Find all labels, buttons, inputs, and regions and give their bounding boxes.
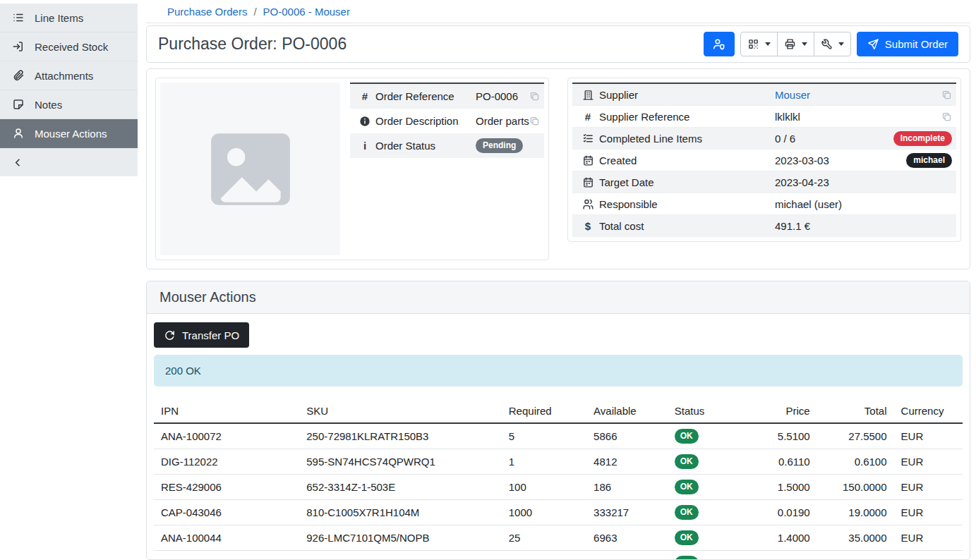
cell-price: 1.5000 bbox=[740, 475, 817, 500]
cell-available: 4812 bbox=[586, 449, 668, 475]
cell-currency: EUR bbox=[894, 449, 963, 475]
note-icon bbox=[11, 98, 25, 111]
col-price: Price bbox=[740, 399, 817, 423]
hash-icon: # bbox=[354, 90, 375, 102]
table-row: SWT-200005 611-110.107.011/0205 47 47 OK… bbox=[154, 551, 963, 560]
list-check-icon bbox=[577, 133, 599, 145]
cell-required: 47 bbox=[502, 551, 586, 560]
cell-ipn: RES-429006 bbox=[154, 475, 299, 500]
transfer-po-button[interactable]: Transfer PO bbox=[154, 322, 249, 348]
sidebar-collapse-button[interactable] bbox=[0, 148, 138, 176]
table-row: ANA-100072 250-72981KLRATR150B3 5 5866 O… bbox=[154, 423, 963, 449]
incomplete-badge: Incomplete bbox=[893, 131, 952, 146]
cell-currency: EUR bbox=[894, 423, 963, 449]
barcode-actions-button[interactable] bbox=[740, 32, 778, 56]
paperclip-icon bbox=[11, 69, 25, 82]
mouser-actions-header: Mouser Actions bbox=[147, 281, 970, 314]
detail-row-supplier-reference: # Supplier Reference lklklkl bbox=[572, 106, 956, 128]
page-title: Purchase Order: PO-0006 bbox=[158, 35, 347, 54]
breadcrumb-purchase-orders[interactable]: Purchase Orders bbox=[167, 6, 247, 18]
cell-status: OK bbox=[668, 423, 740, 449]
order-summary-subpanel: # Order Reference PO-0006 Order Descript… bbox=[155, 78, 549, 260]
info-icon: i bbox=[354, 140, 375, 152]
building-icon bbox=[577, 89, 599, 101]
transfer-po-label: Transfer PO bbox=[182, 329, 239, 341]
cell-total: 268.8400 bbox=[817, 551, 894, 560]
breadcrumb-separator: / bbox=[253, 6, 256, 18]
copy-icon[interactable] bbox=[529, 91, 540, 102]
sidebar-item-notes[interactable]: Notes bbox=[0, 90, 138, 119]
chevron-down-icon bbox=[765, 42, 771, 46]
ok-badge: OK bbox=[675, 505, 699, 520]
cell-sku: 611-110.107.011/0205 bbox=[299, 551, 502, 560]
sidebar-item-mouser-actions[interactable]: Mouser Actions bbox=[0, 119, 138, 148]
cell-status: OK bbox=[668, 500, 740, 525]
cell-price: 0.0190 bbox=[740, 500, 817, 525]
sidebar-item-received-stock[interactable]: Received Stock bbox=[0, 32, 138, 61]
app-root: Line Items Received Stock Attachments No… bbox=[0, 0, 976, 560]
ok-badge: OK bbox=[675, 454, 699, 469]
header-button-group bbox=[740, 32, 851, 56]
cell-sku: 652-3314Z-1-503E bbox=[299, 475, 502, 500]
detail-row-created: Created 2023-03-03 michael bbox=[572, 150, 956, 171]
submit-order-button[interactable]: Submit Order bbox=[857, 32, 958, 56]
col-currency: Currency bbox=[894, 399, 963, 423]
supplier-link[interactable]: Mouser bbox=[775, 89, 941, 101]
cell-currency: EUR bbox=[894, 500, 963, 525]
sign-in-icon bbox=[11, 40, 25, 53]
order-image-placeholder[interactable] bbox=[160, 83, 340, 255]
ok-badge: OK bbox=[675, 530, 699, 545]
user-shield-button[interactable] bbox=[704, 32, 735, 56]
cell-price: 0.6110 bbox=[740, 449, 817, 475]
cell-ipn: CAP-043046 bbox=[154, 500, 299, 525]
cell-required: 100 bbox=[502, 475, 586, 500]
cell-available: 333217 bbox=[586, 500, 668, 525]
mouser-actions-body: Transfer PO 200 OK IPN SKU Required Avai… bbox=[147, 314, 970, 560]
table-row: DIG-112022 595-SN74HCS74QPWRQ1 1 4812 OK… bbox=[154, 449, 963, 475]
panel-title: Mouser Actions bbox=[159, 289, 957, 305]
col-ipn: IPN bbox=[154, 399, 299, 423]
order-actions-button[interactable] bbox=[814, 32, 851, 56]
cell-price: 5.5100 bbox=[740, 423, 817, 449]
breadcrumb-current-order[interactable]: PO-0006 - Mouser bbox=[263, 6, 350, 18]
copy-icon[interactable] bbox=[941, 90, 952, 100]
chevron-down-icon bbox=[838, 42, 844, 46]
qrcode-icon bbox=[747, 38, 759, 50]
user-icon bbox=[11, 127, 25, 140]
cell-total: 150.0000 bbox=[817, 475, 894, 500]
breadcrumb: Purchase Orders / PO-0006 - Mouser bbox=[146, 0, 970, 23]
refresh-icon bbox=[164, 329, 176, 341]
copy-icon[interactable] bbox=[941, 111, 952, 122]
cell-total: 0.6100 bbox=[817, 449, 894, 475]
cell-status: OK bbox=[668, 475, 740, 500]
users-icon bbox=[577, 198, 599, 210]
sidebar-item-line-items[interactable]: Line Items bbox=[0, 4, 138, 32]
detail-row-order-status: i Order Status Pending bbox=[350, 133, 544, 158]
cell-ipn: DIG-112022 bbox=[154, 449, 299, 475]
col-required: Required bbox=[502, 399, 586, 423]
col-total: Total bbox=[817, 399, 894, 423]
cell-ipn: ANA-100044 bbox=[154, 525, 299, 551]
cell-available: 47 bbox=[586, 551, 668, 560]
sidebar-item-label: Mouser Actions bbox=[35, 128, 107, 140]
cell-status: OK bbox=[668, 525, 740, 551]
cell-total: 27.5500 bbox=[817, 423, 894, 449]
cell-required: 25 bbox=[502, 525, 586, 551]
user-badge: michael bbox=[906, 153, 952, 168]
tools-icon bbox=[821, 38, 833, 50]
detail-row-supplier: Supplier Mouser bbox=[572, 84, 956, 106]
supplier-details-table: Supplier Mouser # Supplier Reference lkl… bbox=[572, 83, 956, 237]
submit-order-label: Submit Order bbox=[885, 38, 948, 50]
chevron-left-icon bbox=[11, 157, 25, 169]
copy-icon[interactable] bbox=[529, 116, 540, 126]
send-icon bbox=[867, 38, 879, 50]
user-shield-icon bbox=[712, 37, 725, 51]
calendar-icon bbox=[577, 154, 599, 166]
col-status: Status bbox=[668, 399, 740, 423]
cell-ipn: SWT-200005 bbox=[154, 551, 299, 560]
cell-required: 5 bbox=[502, 423, 586, 449]
cell-ipn: ANA-100072 bbox=[154, 423, 299, 449]
status-badge: Pending bbox=[476, 138, 523, 153]
sidebar-item-attachments[interactable]: Attachments bbox=[0, 61, 138, 90]
print-actions-button[interactable] bbox=[777, 32, 814, 56]
